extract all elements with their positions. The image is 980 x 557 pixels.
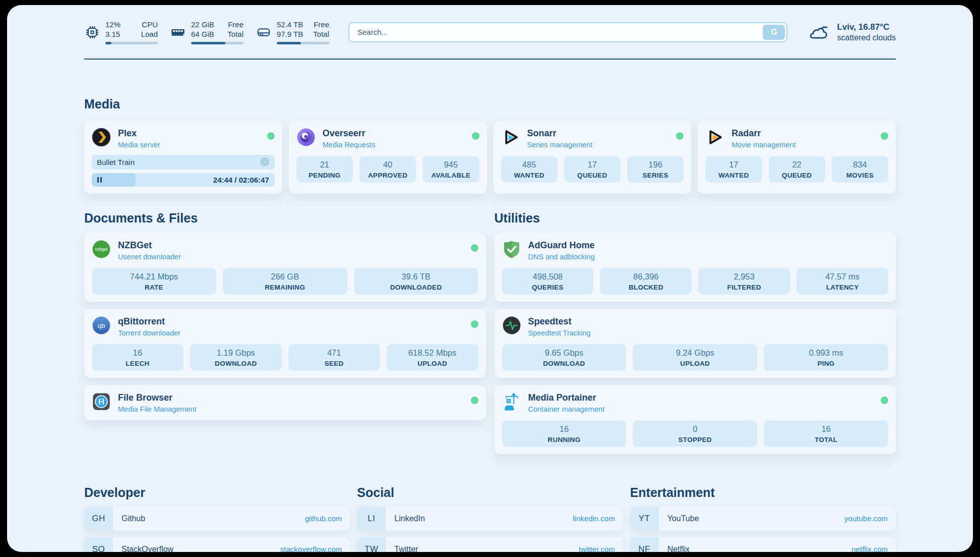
- app-card-plex[interactable]: Plex Media server Bullet Train: [84, 121, 282, 194]
- app-description: Movie management: [731, 141, 874, 149]
- stat-value: 9.24 Gbps: [635, 348, 755, 358]
- ram-progress-fill: [191, 42, 225, 44]
- stat-value: 485: [503, 160, 556, 170]
- cpu-icon: [84, 24, 100, 40]
- stat-box: 498,508 QUERIES: [502, 268, 594, 295]
- stat-label: WANTED: [707, 172, 760, 179]
- stat-value: 39.6 TB: [356, 272, 476, 282]
- stat-box: 9.24 Gbps UPLOAD: [633, 344, 757, 371]
- section-title-entertainment: Entertainment: [630, 485, 896, 500]
- app-card-radarr[interactable]: Radarr Movie management 17 WANTED 22 QUE…: [698, 121, 896, 194]
- link-url: linkedin.com: [573, 514, 615, 523]
- stat-box: 266 GB REMAINING: [223, 268, 347, 295]
- stat-label: UPLOAD: [635, 360, 755, 367]
- link-row-youtube[interactable]: YT YouTube youtube.com: [630, 507, 896, 531]
- stat-value: 945: [424, 160, 477, 170]
- app-name: Speedtest: [528, 316, 889, 327]
- app-card-filebrowser[interactable]: File Browser Media File Management: [84, 385, 486, 420]
- link-url: youtube.com: [844, 514, 888, 523]
- stat-box: 471 SEED: [288, 344, 380, 371]
- section-title-media: Media: [84, 97, 896, 112]
- link-row-linkedin[interactable]: LI LinkedIn linkedin.com: [357, 507, 623, 531]
- stat-label: QUERIES: [504, 284, 592, 291]
- stat-label: LATENCY: [799, 284, 886, 291]
- ram-free-value: 22 GiB: [191, 20, 214, 30]
- search-input[interactable]: [348, 22, 787, 42]
- media-lens-icon[interactable]: [260, 157, 270, 167]
- link-abbr: GH: [84, 507, 113, 531]
- stat-label: DOWNLOADED: [356, 284, 476, 291]
- stat-box: 22 QUEUED: [769, 156, 825, 183]
- plex-logo-icon: [92, 128, 111, 147]
- link-row-twitter[interactable]: TW Twitter twitter.com: [357, 537, 623, 552]
- stat-label: AVAILABLE: [424, 172, 477, 179]
- stat-box: 16 LEECH: [92, 344, 183, 371]
- stat-label: DOWNLOAD: [192, 360, 280, 367]
- stat-box: 485 WANTED: [501, 156, 558, 183]
- stat-label: MOVIES: [834, 172, 886, 179]
- ram-total-label: Total: [227, 30, 243, 39]
- stat-value: 0: [635, 424, 755, 434]
- link-abbr: LI: [357, 507, 386, 531]
- stat-label: RATE: [94, 284, 214, 291]
- disk-free-label: Free: [313, 20, 329, 30]
- overseerr-logo-icon: [296, 128, 316, 147]
- adguard-logo-icon: [502, 240, 521, 259]
- app-name: Overseerr: [323, 128, 465, 139]
- status-dot: [472, 132, 479, 140]
- ram-icon: [170, 24, 186, 40]
- status-dot: [471, 244, 478, 252]
- link-name: Github: [121, 514, 145, 523]
- stat-box: 21 PENDING: [296, 156, 353, 183]
- header: 12% 3.15 CPU Load: [84, 5, 896, 44]
- stat-box: 86,396 BLOCKED: [600, 268, 692, 295]
- app-name: NZBGet: [118, 240, 464, 251]
- disk-progress-fill: [277, 42, 301, 44]
- stat-value: 471: [290, 348, 378, 358]
- app-card-nzbget[interactable]: nzbget NZBGet Usenet downloader 74: [84, 233, 486, 302]
- app-description: Media server: [118, 141, 260, 149]
- app-card-adguard[interactable]: AdGuard Home DNS and adblocking 498,508 …: [495, 233, 896, 302]
- link-row-netflix[interactable]: NF Netflix netflix.com: [630, 537, 896, 552]
- app-description: Container management: [528, 405, 874, 413]
- disk-total-value: 97.9 TB: [277, 30, 303, 39]
- stat-box: 40 APPROVED: [359, 156, 416, 183]
- app-card-speedtest[interactable]: Speedtest Speedtest Tracking 9.65 Gbps D…: [495, 309, 896, 378]
- svg-text:nzbget: nzbget: [95, 247, 108, 252]
- app-card-sonarr[interactable]: Sonarr Series management 485 WANTED 17 Q…: [494, 121, 692, 194]
- sonarr-logo-icon: [501, 128, 520, 147]
- app-description: Usenet downloader: [118, 253, 464, 261]
- section-title-utilities: Utilities: [495, 211, 896, 226]
- stat-value: 22: [771, 160, 823, 170]
- stat-box: 196 SERIES: [627, 156, 684, 183]
- app-description: Media File Management: [118, 405, 464, 413]
- link-abbr: YT: [630, 507, 659, 531]
- cpu-usage-value: 12%: [105, 20, 120, 30]
- app-description: Series management: [527, 141, 669, 149]
- stat-label: QUEUED: [566, 172, 619, 179]
- cpu-progress-track: [105, 42, 158, 44]
- stat-value: 196: [629, 160, 682, 170]
- playback-time: 24:44 / 02:06:47: [213, 176, 275, 184]
- status-dot: [881, 397, 888, 404]
- app-card-portainer[interactable]: Media Portainer Container management 16 …: [495, 385, 896, 454]
- link-name: StackOverflow: [121, 545, 173, 552]
- cpu-progress-fill: [105, 42, 111, 44]
- pause-icon[interactable]: [97, 177, 102, 183]
- link-url: twitter.com: [579, 545, 615, 552]
- app-description: DNS and adblocking: [528, 253, 889, 261]
- app-card-overseerr[interactable]: Overseerr Media Requests 21 PENDING 40 A…: [289, 121, 487, 194]
- stat-label: APPROVED: [361, 172, 414, 179]
- social-column: Social LI LinkedIn linkedin.com TW Twitt…: [357, 454, 623, 552]
- link-row-stackoverflow[interactable]: SO StackOverflow stackoverflow.com: [84, 537, 350, 552]
- stat-value: 17: [566, 160, 619, 170]
- app-card-qbittorrent[interactable]: qb qBittorrent Torrent downloader: [84, 309, 486, 378]
- filebrowser-logo-icon: [92, 392, 111, 411]
- status-dot: [676, 132, 684, 140]
- stat-box: 945 AVAILABLE: [422, 156, 479, 183]
- portainer-logo-icon: [502, 392, 521, 411]
- link-row-github[interactable]: GH Github github.com: [84, 507, 350, 531]
- search-engine-button[interactable]: G: [763, 25, 785, 40]
- disk-total-label: Total: [313, 30, 329, 39]
- app-name: AdGuard Home: [528, 240, 889, 251]
